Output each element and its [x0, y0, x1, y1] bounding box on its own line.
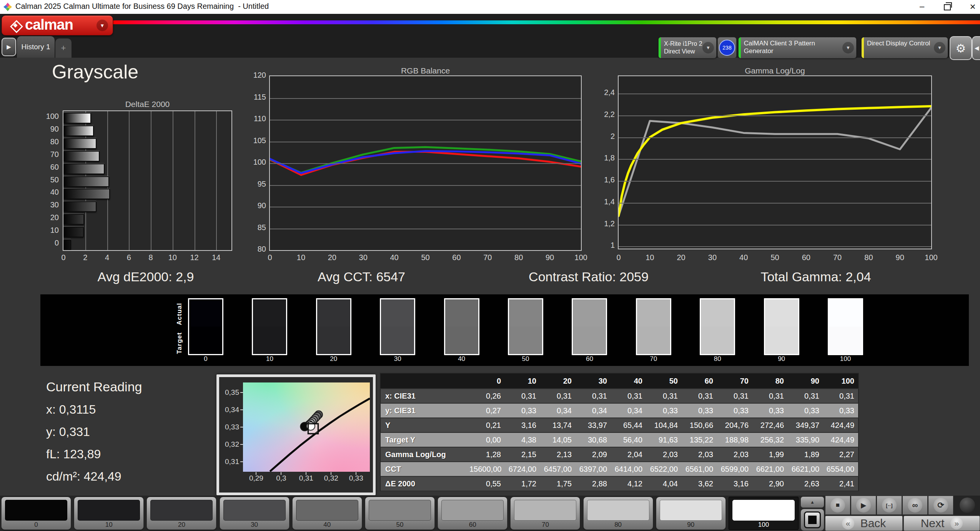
pattern-chip — [732, 500, 795, 521]
pattern-window-button[interactable] — [800, 509, 824, 531]
table-cell: 6621,00 — [752, 462, 788, 476]
chevron-down-icon: ▼ — [934, 42, 945, 53]
cie-xtick-mark — [356, 472, 356, 475]
settings-button[interactable]: ⚙ — [950, 36, 972, 60]
cie-ytick-label: 0,33 — [225, 423, 239, 431]
deltae-category-label: 90 — [50, 125, 59, 134]
close-button[interactable]: × — [961, 0, 980, 13]
pattern-level-20[interactable]: 20 — [146, 497, 216, 530]
cie-ytick-label: 0,35 — [225, 388, 239, 397]
pattern-level-70[interactable]: 70 — [510, 497, 580, 530]
back-chevron-icon: « — [842, 517, 854, 529]
deltae-tick-label: 8 — [148, 253, 153, 262]
restore-button[interactable] — [936, 0, 959, 13]
status-sphere[interactable] — [960, 498, 975, 513]
rgb-y-axis: 80859095100105110115120 — [244, 75, 266, 251]
panel-expand-button[interactable]: ▲ — [800, 496, 824, 508]
chevron-left-icon: ◀ — [975, 45, 979, 52]
stop-button[interactable]: ■ — [825, 496, 850, 515]
layout-flow-button[interactable]: ▶ — [2, 38, 16, 56]
table-cell: 91,63 — [646, 432, 682, 447]
cie-chart — [243, 382, 370, 472]
pattern-level-0[interactable]: 0 — [1, 497, 71, 530]
continuous-button[interactable]: ∞ — [902, 496, 928, 515]
deltae-tick-label: 0 — [61, 253, 65, 262]
table-row: Gamma Log/Log1,282,152,132,092,042,032,0… — [380, 447, 859, 462]
table-cell: 2,03 — [646, 447, 682, 462]
target-swatch-half — [509, 327, 542, 354]
table-cell: 0,31 — [717, 389, 752, 403]
rgb-xtick-label: 100 — [574, 253, 587, 262]
deltae-bar — [63, 239, 71, 250]
deltae-bar — [63, 138, 97, 149]
rgb-balance-chart — [269, 75, 582, 251]
table-cell: 3,16 — [717, 476, 752, 491]
cie-ytick-mark — [240, 427, 243, 427]
table-cell: 0,00 — [469, 432, 505, 447]
display-control-dropdown[interactable]: Direct Display Control ▼ — [861, 37, 948, 58]
deltae-tick-label: 14 — [212, 253, 220, 262]
grayscale-swatch — [508, 298, 543, 355]
table-row: x: CIE310,260,310,310,310,310,310,310,31… — [380, 389, 859, 403]
current-reading-y: y: 0,331 — [46, 425, 90, 439]
refresh-button[interactable]: ⟳ — [928, 496, 953, 515]
step-icon: [··] — [882, 498, 897, 513]
swatch-level-label: 10 — [252, 355, 287, 363]
up-arrow-icon: ▲ — [810, 499, 815, 505]
table-cell: 6554,00 — [823, 462, 859, 476]
back-button[interactable]: « Back — [825, 516, 903, 531]
table-cell: 0,31 — [752, 389, 788, 403]
pattern-generator-dropdown[interactable]: CalMAN Client 3 Pattern Generator ▼ — [738, 37, 857, 58]
gridline — [129, 111, 130, 250]
pattern-chip — [660, 500, 722, 521]
pattern-level-30[interactable]: 30 — [220, 497, 290, 530]
table-cell: 0,33 — [717, 403, 752, 418]
cie-xtick-mark — [256, 472, 256, 475]
add-tab-button[interactable]: + — [55, 38, 72, 58]
table-cell: 3,16 — [505, 418, 540, 432]
table-cell: 2,63 — [788, 476, 823, 491]
minimize-button[interactable]: – — [910, 0, 933, 13]
target-point — [308, 424, 318, 434]
gamma-xtick-label: 80 — [864, 253, 873, 262]
pattern-level-60[interactable]: 60 — [438, 497, 507, 530]
collapse-panel-button[interactable]: ◀ — [972, 36, 980, 60]
pattern-level-40[interactable]: 40 — [292, 497, 362, 530]
tab-label: History 1 — [22, 43, 50, 51]
rgb-xtick-label: 20 — [328, 253, 336, 262]
meter-dropdown[interactable]: X-Rite i1Pro 2 Direct View ▼ — [658, 37, 717, 58]
swatch-level-label: 0 — [188, 355, 223, 363]
rgb-xtick-label: 30 — [359, 253, 368, 262]
pattern-level-90[interactable]: 90 — [656, 497, 726, 530]
deltae-x-axis: 02468101214 — [63, 253, 232, 265]
tab-history-1[interactable]: History 1 — [17, 36, 55, 58]
table-cell: 2,03 — [682, 447, 717, 462]
step-button[interactable]: [··] — [877, 496, 902, 515]
pattern-level-80[interactable]: 80 — [583, 497, 653, 530]
play-button[interactable]: ▶ — [851, 496, 876, 515]
cie-y-axis: 0,310,320,330,340,35 — [219, 377, 240, 477]
deltae-category-label: 40 — [50, 188, 59, 197]
pattern-chip — [78, 500, 140, 521]
calman-menu-button[interactable]: calman ▼ — [2, 15, 113, 35]
table-cell: 0,21 — [469, 418, 505, 432]
deltae-category-label: 80 — [50, 137, 59, 146]
pattern-level-label: 30 — [220, 521, 289, 529]
pattern-level-label: 80 — [584, 521, 653, 529]
pattern-level-10[interactable]: 10 — [74, 497, 144, 530]
pattern-level-100[interactable]: 100 — [729, 497, 799, 530]
pattern-level-50[interactable]: 50 — [365, 497, 435, 530]
deltae-chart-title: DeltaE 2000 — [63, 100, 232, 109]
gridline — [173, 111, 173, 250]
gridline — [270, 185, 581, 186]
gamma-xtick-label: 40 — [739, 253, 748, 262]
rgb-balance-chart-title: RGB Balance — [269, 66, 582, 75]
swatch-level-label: 100 — [828, 355, 863, 363]
next-button[interactable]: Next » — [903, 516, 980, 531]
actual-swatch-half — [381, 299, 414, 327]
gridline — [619, 94, 931, 94]
gridline — [619, 203, 931, 204]
meter-count-button[interactable]: 238 — [717, 37, 737, 58]
rgb-xtick-label: 90 — [546, 253, 554, 262]
actual-swatch-half — [765, 299, 798, 327]
